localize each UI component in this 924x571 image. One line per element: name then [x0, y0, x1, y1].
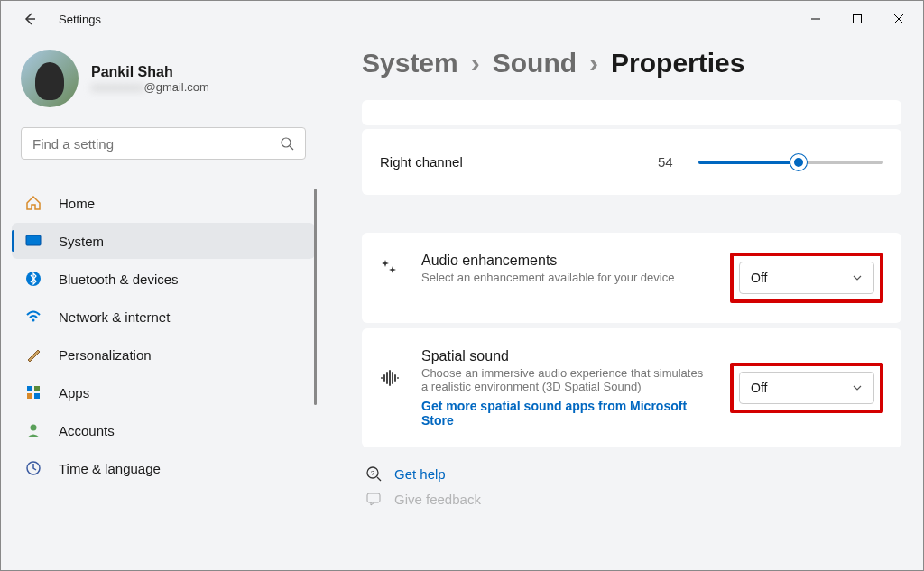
breadcrumb-middle[interactable]: Sound: [493, 48, 577, 78]
maximize-icon: [853, 14, 862, 23]
maximize-button[interactable]: [836, 5, 878, 33]
home-icon: [24, 194, 42, 212]
dropdown-value: Off: [751, 381, 767, 395]
person-icon: [24, 421, 42, 439]
svg-rect-14: [367, 493, 380, 502]
back-button[interactable]: [19, 8, 41, 30]
channel-value: 54: [658, 154, 673, 170]
breadcrumb-current: Properties: [611, 48, 744, 78]
profile-name: Pankil Shah: [91, 64, 209, 80]
close-icon: [894, 14, 903, 23]
spatial-sound-card: Spatial sound Choose an immersive audio …: [362, 328, 901, 447]
feedback-label: Give feedback: [394, 492, 481, 507]
bluetooth-icon: [24, 270, 42, 288]
profile-block[interactable]: Pankil Shah xxxxxxxxx@gmail.com: [12, 37, 315, 127]
nav-label: Bluetooth & devices: [59, 272, 179, 287]
nav-bluetooth[interactable]: Bluetooth & devices: [12, 261, 315, 297]
channel-card: Right channel 54: [362, 129, 901, 195]
svg-rect-8: [27, 393, 32, 399]
svg-text:?: ?: [371, 469, 375, 477]
channel-slider[interactable]: [698, 161, 883, 164]
audio-enhancements-card: Audio enhancements Select an enhancement…: [362, 233, 901, 323]
nav-label: Network & internet: [59, 309, 170, 325]
nav-label: Time & language: [59, 461, 161, 476]
dropdown-value: Off: [751, 271, 767, 285]
channel-label: Right channel: [380, 154, 633, 170]
svg-rect-2: [26, 235, 41, 245]
breadcrumb: System › Sound › Properties: [362, 37, 901, 100]
audio-enh-dropdown[interactable]: Off: [739, 262, 874, 294]
channel-card-top: [362, 100, 901, 125]
window-title: Settings: [59, 13, 101, 26]
arrow-left-icon: [23, 12, 37, 26]
sparkle-icon: [380, 253, 402, 276]
nav: Home System Bluetooth & devices Network …: [12, 185, 315, 486]
chevron-down-icon: [852, 272, 863, 283]
spatial-desc: Choose an immersive audio experience tha…: [421, 366, 710, 393]
system-icon: [24, 232, 42, 250]
highlight-annotation: Off: [730, 253, 883, 303]
svg-rect-9: [34, 393, 40, 399]
help-label: Get help: [394, 466, 446, 482]
nav-system[interactable]: System: [12, 223, 315, 259]
nav-home[interactable]: Home: [12, 185, 315, 221]
nav-label: Apps: [59, 385, 89, 401]
right-channel-row: Right channel 54: [380, 145, 883, 179]
nav-label: Accounts: [59, 423, 115, 438]
give-feedback-link[interactable]: Give feedback: [362, 485, 901, 512]
spatial-title: Spatial sound: [421, 348, 710, 364]
nav-apps[interactable]: Apps: [12, 374, 315, 410]
nav-time-language[interactable]: Time & language: [12, 450, 315, 486]
audio-enh-title: Audio enhancements: [421, 253, 710, 269]
get-help-link[interactable]: ? Get help: [362, 453, 901, 485]
wifi-icon: [24, 308, 42, 326]
search-icon: [280, 136, 294, 151]
svg-rect-0: [854, 15, 862, 23]
minimize-icon: [811, 14, 820, 23]
nav-label: Personalization: [59, 347, 152, 363]
sidebar: Pankil Shah xxxxxxxxx@gmail.com Home Sys…: [1, 37, 326, 570]
minimize-button[interactable]: [795, 5, 836, 33]
soundwave-icon: [380, 348, 402, 386]
feedback-icon: [365, 491, 382, 507]
help-icon: ?: [365, 465, 382, 482]
nav-label: System: [59, 234, 104, 249]
svg-rect-6: [27, 386, 32, 391]
nav-network[interactable]: Network & internet: [12, 299, 315, 335]
nav-label: Home: [59, 196, 95, 211]
breadcrumb-root[interactable]: System: [362, 48, 458, 78]
nav-accounts[interactable]: Accounts: [12, 412, 315, 448]
avatar: [21, 50, 79, 107]
chevron-right-icon: ›: [471, 48, 480, 78]
search-input-wrapper[interactable]: [21, 127, 306, 160]
close-button[interactable]: [878, 5, 919, 33]
nav-personalization[interactable]: Personalization: [12, 336, 315, 373]
svg-point-10: [31, 425, 37, 431]
audio-enh-desc: Select an enhancement available for your…: [421, 271, 710, 284]
clock-globe-icon: [24, 459, 42, 477]
chevron-down-icon: [852, 382, 863, 393]
main-content: System › Sound › Properties Right channe…: [326, 37, 923, 570]
titlebar: Settings: [1, 1, 923, 37]
chevron-right-icon: ›: [589, 48, 598, 78]
highlight-annotation: Off: [730, 363, 883, 413]
profile-email: xxxxxxxxx@gmail.com: [91, 80, 209, 94]
svg-point-1: [282, 138, 291, 147]
spatial-dropdown[interactable]: Off: [739, 372, 874, 404]
search-input[interactable]: [32, 136, 280, 152]
apps-icon: [24, 383, 42, 401]
svg-point-5: [32, 319, 35, 322]
svg-rect-7: [34, 386, 40, 391]
spatial-store-link[interactable]: Get more spatial sound apps from Microso…: [421, 399, 710, 428]
brush-icon: [24, 345, 42, 364]
